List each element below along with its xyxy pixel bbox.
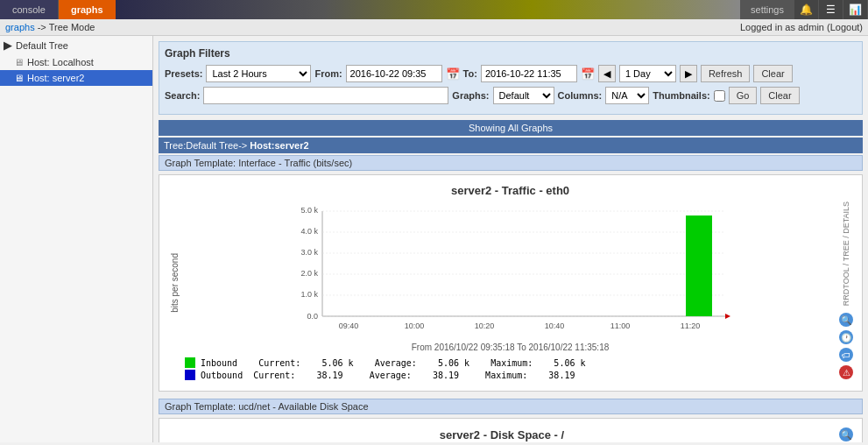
graph-filters-title: Graph Filters bbox=[165, 47, 857, 60]
console-label: console bbox=[12, 4, 46, 15]
main-layout: ▶ Default Tree 🖥 Host: Localhost 🖥 Host:… bbox=[0, 36, 868, 442]
sidebar: ▶ Default Tree 🖥 Host: Localhost 🖥 Host:… bbox=[0, 36, 153, 442]
graphs-label: graphs bbox=[71, 4, 103, 15]
graph1-template-name: Interface - Traffic (bits/sec) bbox=[238, 158, 352, 168]
breadcrumb-graphs-link[interactable]: graphs bbox=[5, 22, 35, 32]
graph1-warning-icon[interactable]: ⚠ bbox=[839, 365, 853, 379]
graph2-title: server2 - Disk Space - / bbox=[168, 428, 836, 441]
tree-header: Tree:Default Tree-> Host:server2 bbox=[159, 138, 863, 153]
svg-text:10:00: 10:00 bbox=[404, 321, 424, 330]
nav-spacer bbox=[116, 0, 740, 19]
graph1-bar-inbound bbox=[686, 215, 712, 316]
legend-color-inbound bbox=[185, 357, 195, 368]
step-back-button[interactable]: ◀ bbox=[598, 65, 616, 82]
legend-color-outbound bbox=[185, 370, 195, 380]
logged-in-text: Logged in as admin (Logout) bbox=[740, 22, 863, 32]
legend-row-outbound: Outbound Current: 38.19 Average: 38.19 M… bbox=[185, 370, 836, 380]
tree-arrow: -> bbox=[238, 140, 247, 151]
to-input[interactable] bbox=[481, 65, 577, 82]
sidebar-host-localhost[interactable]: 🖥 Host: Localhost bbox=[0, 54, 152, 70]
svg-text:09:40: 09:40 bbox=[338, 321, 358, 330]
tree-label: Default Tree bbox=[16, 40, 68, 51]
sidebar-tree-item[interactable]: ▶ Default Tree bbox=[0, 36, 152, 54]
search-input[interactable] bbox=[203, 87, 448, 104]
graph1-magnify-icon[interactable]: 🔍 bbox=[839, 313, 853, 327]
svg-text:11:00: 11:00 bbox=[610, 321, 630, 330]
graph2-template-header: Graph Template: ucd/net - Available Disk… bbox=[159, 399, 863, 414]
step-forward-button[interactable]: ▶ bbox=[680, 65, 697, 82]
svg-text:0.0: 0.0 bbox=[307, 312, 318, 321]
columns-select[interactable]: N/A bbox=[605, 87, 649, 104]
graphs-select[interactable]: Default bbox=[493, 87, 554, 104]
presets-select[interactable]: Last 2 Hours Last 4 Hours Last Day Last … bbox=[206, 65, 311, 82]
svg-text:4.0 k: 4.0 k bbox=[300, 227, 318, 236]
clear-button-2[interactable]: Clear bbox=[760, 87, 799, 104]
graph1-container: bits per second server2 - Traffic - eth0… bbox=[159, 174, 863, 392]
graph1-clock-icon[interactable]: 🕐 bbox=[839, 330, 853, 344]
graphs-tab[interactable]: graphs bbox=[59, 0, 116, 19]
legend-row-inbound: Inbound Current: 5.06 k Average: 5.06 k … bbox=[185, 357, 836, 368]
host-prefix: Host: bbox=[250, 140, 274, 151]
nav-icon-bell[interactable]: 🔔 bbox=[794, 0, 819, 19]
tree-icon: ▶ bbox=[4, 39, 12, 52]
content-area: Graph Filters Presets: Last 2 Hours Last… bbox=[153, 36, 868, 442]
nav-icon-list[interactable]: ☰ bbox=[819, 0, 843, 19]
graph2-template-name: ucd/net - Available Disk Space bbox=[238, 401, 368, 412]
svg-text:11:20: 11:20 bbox=[680, 321, 700, 330]
graph2-template-label: Graph Template: bbox=[165, 401, 236, 412]
thumbnails-checkbox[interactable] bbox=[714, 90, 725, 102]
graph1-side-icons: RRDTOOL / TREE / DETAILS 🔍 🕐 🏷 ⚠ bbox=[839, 184, 853, 382]
svg-marker-20 bbox=[725, 314, 730, 319]
graph2-side-icons: 🔍 bbox=[839, 427, 853, 441]
go-button[interactable]: Go bbox=[729, 87, 758, 104]
svg-text:3.0 k: 3.0 k bbox=[300, 248, 318, 257]
filter-row-1: Presets: Last 2 Hours Last 4 Hours Last … bbox=[165, 65, 857, 82]
to-calendar-icon[interactable]: 📅 bbox=[581, 67, 595, 81]
search-label: Search: bbox=[165, 90, 200, 101]
console-tab[interactable]: console bbox=[0, 0, 59, 19]
to-label: To: bbox=[463, 68, 477, 79]
svg-text:1.0 k: 1.0 k bbox=[300, 290, 318, 299]
columns-label: Columns: bbox=[558, 90, 603, 101]
status-text: Showing All Graphs bbox=[469, 123, 553, 133]
side-label: RRDTOOL / TREE / DETAILS bbox=[842, 201, 850, 306]
breadcrumb-path: graphs -> Tree Mode bbox=[5, 22, 95, 32]
sidebar-host-server2[interactable]: 🖥 Host: server2 bbox=[0, 70, 152, 86]
breadcrumb-current: Tree Mode bbox=[49, 22, 95, 32]
logged-in-label: Logged in as admin (Logout) bbox=[740, 22, 863, 32]
legend-outbound-text: Outbound Current: 38.19 Average: 38.19 M… bbox=[201, 371, 575, 380]
graph2-magnify-icon[interactable]: 🔍 bbox=[839, 427, 853, 441]
tree-name: Default Tree bbox=[186, 140, 238, 151]
host-localhost-label: Host: Localhost bbox=[27, 57, 94, 67]
svg-text:10:20: 10:20 bbox=[474, 321, 494, 330]
svg-text:2.0 k: 2.0 k bbox=[300, 269, 318, 278]
from-calendar-icon[interactable]: 📅 bbox=[446, 67, 460, 81]
graph1-legend: Inbound Current: 5.06 k Average: 5.06 k … bbox=[185, 357, 836, 380]
day-select[interactable]: 1 Day bbox=[619, 65, 676, 82]
graph1-tag-icon[interactable]: 🏷 bbox=[839, 348, 853, 362]
graph1-template-header: Graph Template: Interface - Traffic (bit… bbox=[159, 155, 863, 171]
settings-label: settings bbox=[751, 4, 784, 15]
settings-tab[interactable]: settings bbox=[740, 0, 794, 19]
nav-icon-chart[interactable]: 📊 bbox=[843, 0, 868, 19]
graph1-template-label: Graph Template: bbox=[165, 158, 236, 168]
tree-prefix: Tree: bbox=[164, 140, 186, 151]
svg-text:10:40: 10:40 bbox=[544, 321, 564, 330]
host-server2-label: Host: server2 bbox=[27, 73, 84, 83]
nav-icon-group: 🔔 ☰ 📊 bbox=[794, 0, 868, 19]
graph-filters-panel: Graph Filters Presets: Last 2 Hours Last… bbox=[159, 41, 863, 115]
status-bar: Showing All Graphs bbox=[159, 120, 863, 136]
host-icon-server2: 🖥 bbox=[14, 73, 24, 83]
filter-row-2: Search: Graphs: Default Columns: N/A Thu… bbox=[165, 87, 857, 104]
thumbnails-label: Thumbnails: bbox=[653, 90, 709, 101]
breadcrumb: graphs -> Tree Mode Logged in as admin (… bbox=[0, 19, 868, 36]
clear-button-1[interactable]: Clear bbox=[753, 65, 792, 82]
svg-text:5.0 k: 5.0 k bbox=[300, 206, 318, 215]
host-icon-localhost: 🖥 bbox=[14, 57, 24, 67]
refresh-button[interactable]: Refresh bbox=[701, 65, 751, 82]
presets-label: Presets: bbox=[165, 68, 202, 79]
graph1-chart: 0.0 1.0 k 2.0 k 3.0 k 4.0 k 5.0 k bbox=[279, 202, 743, 343]
from-input[interactable] bbox=[346, 65, 442, 82]
graph2-container: server2 - Disk Space - / 🔍 bbox=[159, 418, 863, 442]
graph1-y-label: bits per second bbox=[168, 253, 181, 313]
